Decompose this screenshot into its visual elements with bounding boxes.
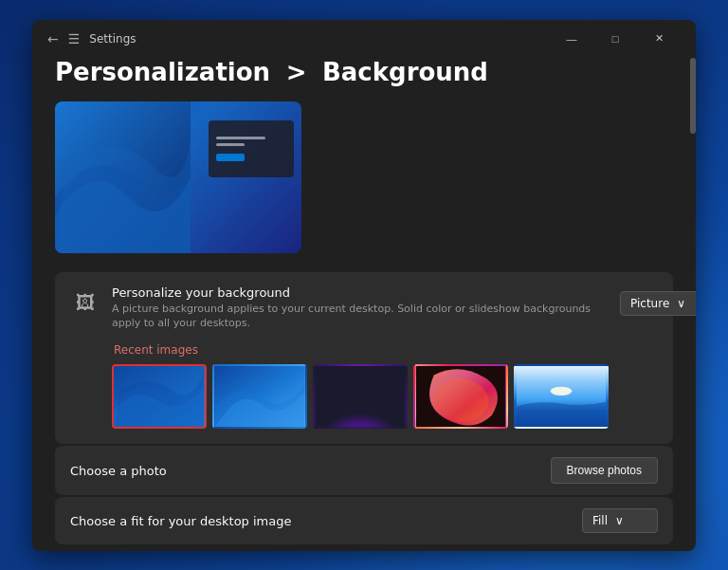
preview-line-1: [216, 137, 265, 139]
personalize-icon: 🖼: [70, 287, 100, 318]
menu-icon[interactable]: ☰: [68, 31, 81, 46]
title-bar: ← ☰ Settings — □ ✕: [32, 20, 696, 58]
personalize-desc: A picture background applies to your cur…: [112, 302, 609, 331]
personalize-control: Picture ∨ ∧: [620, 289, 696, 318]
back-icon[interactable]: ←: [47, 31, 59, 46]
background-type-dropdown[interactable]: Picture ∨: [620, 291, 696, 316]
browse-photos-button[interactable]: Browse photos: [551, 457, 658, 484]
fit-value: Fill: [592, 514, 608, 527]
thumbnail-4[interactable]: [413, 364, 508, 429]
page-title: Personalization > Background: [55, 58, 673, 86]
thumbnail-3[interactable]: [313, 364, 408, 429]
preview-waves: [55, 101, 191, 253]
svg-point-7: [551, 387, 573, 395]
choose-photo-row: Choose a photo Browse photos: [55, 446, 673, 495]
chevron-down-icon: ∨: [677, 297, 685, 310]
settings-window: ← ☰ Settings — □ ✕ Personalization > Bac…: [32, 20, 696, 551]
desktop-preview: [55, 101, 301, 253]
chevron-down-icon: ∨: [615, 514, 624, 527]
close-button[interactable]: ✕: [637, 24, 681, 54]
thumbnail-1[interactable]: [112, 364, 207, 429]
recent-images-grid: [112, 364, 609, 429]
breadcrumb-current: Background: [322, 58, 488, 86]
preview-button: [216, 154, 245, 161]
content-area: Personalization > Background: [32, 58, 696, 551]
minimize-button[interactable]: —: [550, 24, 593, 54]
preview-taskbar: [209, 120, 294, 177]
maximize-button[interactable]: □: [593, 24, 637, 54]
personalize-text: Personalize your background A picture ba…: [112, 285, 609, 432]
personalize-title: Personalize your background: [112, 285, 609, 300]
scrollbar-track[interactable]: [690, 20, 696, 551]
preview-desktop: [55, 101, 301, 253]
fit-dropdown[interactable]: Fill ∨: [582, 508, 658, 533]
thumbnail-2[interactable]: [212, 364, 307, 429]
breadcrumb-prefix: Personalization: [55, 58, 270, 86]
dropdown-label: Picture: [630, 297, 669, 310]
personalize-row: 🖼 Personalize your background A picture …: [55, 272, 673, 445]
breadcrumb-separator: >: [286, 58, 307, 86]
preview-line-2: [216, 143, 245, 146]
recent-images-label: Recent images: [112, 343, 609, 357]
scrollbar-thumb[interactable]: [690, 58, 696, 134]
choose-fit-label: Choose a fit for your desktop image: [70, 514, 582, 528]
title-bar-title: Settings: [89, 32, 136, 46]
choose-photo-label: Choose a photo: [70, 464, 551, 478]
thumbnail-5[interactable]: [514, 364, 609, 429]
title-bar-left: ← ☰ Settings: [47, 31, 540, 46]
choose-fit-row: Choose a fit for your desktop image Fill…: [55, 497, 673, 544]
window-controls: — □ ✕: [550, 24, 681, 54]
